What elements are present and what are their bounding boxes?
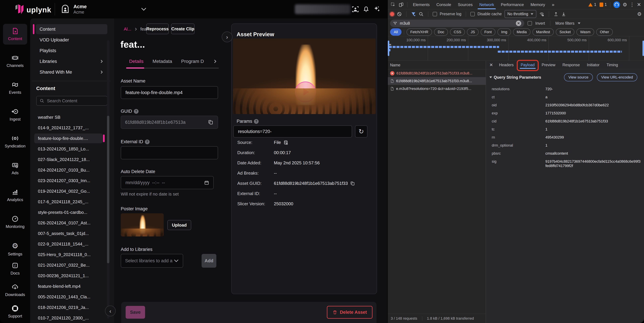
chip-media[interactable]: Media	[513, 28, 530, 36]
throttling-select[interactable]: No throttling	[504, 10, 536, 18]
clear-filter-icon[interactable]: ✕	[516, 21, 521, 26]
sidebar-item-settings[interactable]: ⚙ Settings	[0, 238, 30, 259]
list-item[interactable]: 025-Hero_9_20241118_0...	[34, 250, 103, 260]
libraries-select[interactable]: Select libraries to add a	[121, 254, 183, 268]
pane-tab-payload[interactable]: Payload	[520, 61, 536, 69]
chip-manifest[interactable]: Manifest	[532, 28, 554, 36]
settings-gear-icon[interactable]: ⚙	[621, 2, 628, 8]
help-icon[interactable]: ?	[254, 119, 258, 124]
pane-tab-response[interactable]: Response	[562, 61, 581, 69]
list-item[interactable]: 010-7_20241120_2300_...	[34, 313, 103, 323]
network-filter-input[interactable]	[400, 21, 514, 26]
request-row[interactable]: e.m3u8?resolutions=720-&ct=a&oid=2193f5.…	[388, 85, 486, 92]
close-icon[interactable]: ✕	[636, 2, 642, 8]
timeline-left-handle[interactable]	[388, 40, 389, 56]
tab-details[interactable]: Details	[129, 59, 144, 64]
help-icon[interactable]: ?	[145, 140, 150, 144]
view-url-encoded-button[interactable]: View URL-encoded	[597, 73, 637, 81]
name-column-header[interactable]: Name	[388, 61, 486, 70]
sidebar-item-ads[interactable]: Ad Ads	[0, 158, 30, 179]
tab-network[interactable]: Network	[476, 0, 497, 9]
calendar-icon[interactable]	[204, 180, 209, 185]
chip-doc[interactable]: Doc	[434, 28, 448, 36]
sidebar-item-analytics[interactable]: Analytics	[0, 185, 30, 206]
errors-badge[interactable]: 1	[600, 2, 607, 7]
panel-collapse-toggle[interactable]: ‹	[105, 306, 116, 316]
chip-fetch-xhr[interactable]: Fetch/XHR	[406, 28, 432, 36]
list-item[interactable]: 020-00236_20241121_1...	[34, 271, 103, 280]
request-row-selected[interactable]: 61fd88d819b248f1b1e67513ab751f33.m3u8...	[388, 77, 486, 85]
tab-program[interactable]: Program D	[181, 59, 204, 64]
network-overview-timeline[interactable]: 100,000 ms 200,000 ms 300,000 ms 400,000…	[388, 36, 644, 61]
chip-socket[interactable]: Socket	[556, 28, 574, 36]
list-item[interactable]: 023-20241207_0303_Inn...	[34, 176, 103, 186]
more-filters-label[interactable]: More filters	[556, 21, 574, 26]
tab-metadata[interactable]: Metadata	[152, 59, 172, 64]
chip-js[interactable]: JS	[467, 28, 479, 36]
warnings-badge[interactable]: 1	[588, 2, 596, 7]
list-item[interactable]: feature-blend-left.mp4	[34, 282, 103, 291]
search-icon[interactable]	[418, 12, 424, 16]
list-item[interactable]: 014-9_20241122_1737_...	[34, 123, 103, 133]
list-item[interactable]: 018-20241206_0219_Ja...	[34, 302, 103, 312]
chip-all[interactable]: All	[390, 28, 402, 36]
external-id-input[interactable]	[125, 150, 214, 156]
network-settings-gear-icon[interactable]: ⚙	[637, 11, 642, 17]
avatar-frame-icon[interactable]	[352, 5, 359, 13]
reprocess-button[interactable]: Reprocess	[146, 24, 169, 34]
close-pane-icon[interactable]: ✕	[489, 62, 493, 68]
list-item[interactable]: 022-9_20241118_1544_...	[34, 239, 103, 249]
list-item[interactable]: 013-20241205_1850_Lo...	[34, 144, 103, 154]
list-item[interactable]: 005-20241120_1443_Cla...	[34, 292, 103, 302]
pane-tab-preview[interactable]: Preview	[541, 61, 556, 69]
sidebar-item-monitoring[interactable]: Monitoring	[0, 212, 30, 232]
ai-sparkles-icon[interactable]	[373, 5, 381, 13]
list-item[interactable]: 021-20241207_0322_Be...	[34, 260, 103, 270]
database-icon[interactable]	[283, 140, 288, 145]
chip-other[interactable]: Other	[596, 28, 613, 36]
disable-cache-checkbox[interactable]	[470, 12, 475, 16]
list-item[interactable]: 019-20241204_0022_Go...	[34, 186, 103, 196]
play-button[interactable]	[295, 82, 316, 102]
tab-console[interactable]: Console	[433, 0, 454, 9]
list-item[interactable]: 026-20241204_0107_Ast...	[34, 218, 103, 228]
device-toolbar-icon[interactable]	[398, 2, 405, 7]
tab-elements[interactable]: Elements	[410, 0, 433, 9]
notifications-bell-icon[interactable]	[362, 5, 370, 13]
sidebar-item-content[interactable]: Content	[0, 24, 30, 44]
add-button[interactable]: Add	[202, 254, 216, 268]
extension-icon[interactable]	[613, 1, 620, 8]
sidebar-item-support[interactable]: Support	[0, 301, 30, 322]
section-toggle[interactable]: Query String Parameters	[489, 75, 541, 80]
account-switcher[interactable]: Acme Acme	[60, 2, 121, 16]
delete-asset-button[interactable]: Delete Asset	[327, 306, 372, 319]
list-item[interactable]: 017-6_20241118_2245_...	[34, 197, 103, 206]
chip-css[interactable]: CSS	[450, 28, 465, 36]
tab-performance[interactable]: Performance	[498, 0, 527, 9]
export-har-icon[interactable]	[561, 12, 566, 16]
menu-item-shared-with-me[interactable]: Shared With Me	[36, 67, 107, 77]
kebab-menu-icon[interactable]: ⋮	[629, 2, 635, 8]
copy-icon[interactable]	[350, 181, 355, 186]
list-item[interactable]: 024-20241207_0103_Bu...	[34, 165, 103, 175]
tab-sources[interactable]: Sources	[455, 0, 476, 9]
search-input[interactable]	[46, 98, 104, 104]
sidebar-item-downloads[interactable]: Downloads	[0, 280, 30, 300]
asset-name-input[interactable]	[125, 90, 214, 96]
request-row-error[interactable]: ✕ 61fd88d819b248f1b1e67513ab751f33.m3u8.…	[388, 70, 486, 77]
chip-font[interactable]: Font	[481, 28, 496, 36]
sidebar-item-ingest[interactable]: Ingest	[0, 104, 30, 125]
preserve-log-checkbox[interactable]	[433, 12, 437, 16]
save-button[interactable]: Save	[126, 306, 145, 319]
list-item[interactable]: weather SB	[34, 112, 103, 122]
menu-item-content[interactable]: Content	[36, 24, 107, 34]
more-tabs-icon[interactable]: »	[549, 0, 558, 9]
network-conditions-icon[interactable]	[539, 12, 544, 17]
pane-tab-initiator[interactable]: Initiator	[586, 61, 600, 69]
sidebar-item-channels[interactable]: Channels	[0, 51, 30, 72]
record-icon[interactable]	[390, 12, 394, 16]
import-har-icon[interactable]	[554, 12, 558, 16]
params-refresh-button[interactable]: ↻	[355, 126, 368, 138]
inspect-element-icon[interactable]	[390, 2, 397, 7]
chip-wasm[interactable]: Wasm	[576, 28, 594, 36]
